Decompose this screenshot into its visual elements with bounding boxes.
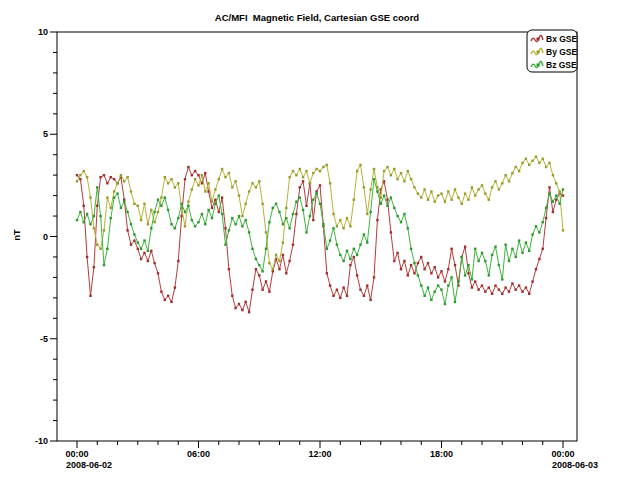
data-point-marker	[147, 260, 149, 262]
data-point-marker	[147, 223, 149, 225]
data-series	[76, 156, 564, 314]
data-point-marker	[477, 188, 479, 190]
data-point-marker	[312, 199, 314, 201]
data-point-marker	[93, 266, 95, 268]
data-point-marker	[312, 219, 314, 221]
data-point-marker	[484, 291, 486, 293]
legend-label: Bz GSE	[546, 60, 577, 70]
data-point-marker	[383, 194, 385, 196]
data-point-marker	[164, 196, 166, 198]
x-axis-ticks: 00:0006:0012:0018:0000:00	[65, 441, 574, 459]
data-point-marker	[299, 196, 301, 198]
data-point-marker	[427, 262, 429, 264]
data-point-marker	[187, 205, 189, 207]
data-point-marker	[481, 284, 483, 286]
data-point-marker	[444, 303, 446, 305]
data-point-marker	[197, 221, 199, 223]
data-point-marker	[197, 184, 199, 186]
data-point-marker	[96, 186, 98, 188]
data-point-marker	[194, 178, 196, 180]
data-point-marker	[400, 172, 402, 174]
data-point-marker	[386, 205, 388, 207]
data-point-marker	[238, 303, 240, 305]
data-point-marker	[295, 174, 297, 176]
data-point-marker	[123, 201, 125, 203]
data-point-marker	[538, 231, 540, 233]
data-point-marker	[353, 248, 355, 250]
data-point-marker	[339, 254, 341, 256]
data-point-marker	[187, 201, 189, 203]
data-point-marker	[140, 258, 142, 260]
data-point-marker	[241, 309, 243, 311]
data-point-marker	[255, 268, 257, 270]
data-point-marker	[369, 188, 371, 190]
data-point-marker	[440, 270, 442, 272]
data-point-marker	[346, 217, 348, 219]
data-point-marker	[373, 168, 375, 170]
data-point-marker	[224, 227, 226, 229]
data-point-marker	[423, 295, 425, 297]
data-point-marker	[288, 260, 290, 262]
x-tick-label: 00:00	[65, 449, 88, 459]
data-point-marker	[120, 207, 122, 209]
data-point-marker	[184, 225, 186, 227]
data-point-marker	[440, 192, 442, 194]
data-point-marker	[191, 219, 193, 221]
data-point-marker	[110, 176, 112, 178]
data-point-marker	[461, 203, 463, 205]
data-point-marker	[562, 229, 564, 231]
data-point-marker	[413, 186, 415, 188]
data-point-marker	[191, 174, 193, 176]
data-point-marker	[99, 176, 101, 178]
data-point-marker	[319, 203, 321, 205]
data-point-marker	[437, 194, 439, 196]
data-point-marker	[562, 188, 564, 190]
series-by-gse	[76, 156, 564, 271]
data-point-marker	[201, 213, 203, 215]
data-point-marker	[315, 190, 317, 192]
data-point-marker	[174, 186, 176, 188]
data-point-marker	[380, 196, 382, 198]
data-point-marker	[96, 205, 98, 207]
data-point-marker	[494, 284, 496, 286]
data-point-marker	[518, 239, 520, 241]
data-point-marker	[180, 203, 182, 205]
data-point-marker	[407, 170, 409, 172]
legend-label: By GSE	[546, 47, 578, 57]
data-point-marker	[457, 280, 459, 282]
data-point-marker	[130, 244, 132, 246]
data-point-marker	[376, 219, 378, 221]
data-point-marker	[393, 207, 395, 209]
data-point-marker	[106, 182, 108, 184]
data-point-marker	[153, 221, 155, 223]
data-point-marker	[450, 276, 452, 278]
data-point-marker	[261, 289, 263, 291]
data-point-marker	[180, 215, 182, 217]
data-point-marker	[356, 254, 358, 256]
data-point-marker	[89, 223, 91, 225]
data-point-marker	[420, 256, 422, 258]
data-point-marker	[137, 205, 139, 207]
data-point-marker	[400, 268, 402, 270]
data-point-marker	[167, 182, 169, 184]
data-point-marker	[531, 160, 533, 162]
data-point-marker	[258, 264, 260, 266]
data-point-marker	[137, 241, 139, 243]
data-point-marker	[369, 211, 371, 213]
data-point-marker	[369, 299, 371, 301]
magnetic-field-chart: AC/MFI Magnetic Field, Cartesian GSE coo…	[0, 0, 640, 480]
data-point-marker	[110, 207, 112, 209]
data-point-marker	[322, 166, 324, 168]
data-point-marker	[494, 246, 496, 248]
data-point-marker	[464, 192, 466, 194]
data-point-marker	[386, 199, 388, 201]
data-point-marker	[444, 280, 446, 282]
data-point-marker	[228, 229, 230, 231]
data-point-marker	[450, 199, 452, 201]
data-point-marker	[552, 201, 554, 203]
data-point-marker	[187, 166, 189, 168]
data-point-marker	[504, 244, 506, 246]
data-point-marker	[353, 256, 355, 258]
data-point-marker	[515, 256, 517, 258]
data-point-marker	[315, 168, 317, 170]
